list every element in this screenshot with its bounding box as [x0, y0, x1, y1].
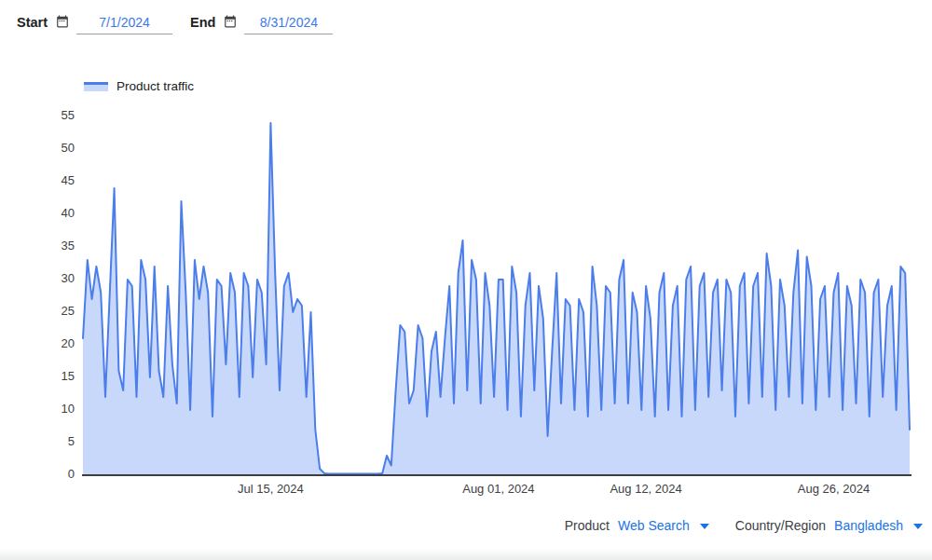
region-select-value: Bangladesh: [834, 518, 903, 533]
y-tick-label: 50: [62, 141, 75, 155]
chevron-down-icon: [913, 524, 923, 529]
region-label: Country/Region: [735, 518, 826, 533]
y-tick-label: 20: [62, 336, 75, 350]
product-traffic-chart[interactable]: 0510152025303540455055 Jul 15, 2024Aug 0…: [0, 0, 932, 560]
x-tick-label: Jul 15, 2024: [238, 482, 304, 496]
chevron-down-icon: [700, 524, 709, 529]
y-tick-label: 40: [62, 206, 75, 220]
x-axis-ticks: Jul 15, 2024Aug 01, 2024Aug 12, 2024Aug …: [238, 482, 870, 496]
y-tick-label: 5: [68, 434, 75, 448]
traffic-area-fill: [83, 123, 910, 475]
product-label: Product: [565, 518, 610, 533]
y-tick-label: 0: [68, 467, 75, 481]
x-tick-label: Aug 01, 2024: [462, 482, 534, 496]
chart-controls: Product Web Search Country/Region Bangla…: [0, 518, 923, 533]
product-select-value: Web Search: [618, 518, 690, 533]
y-tick-label: 45: [62, 173, 75, 187]
y-axis-ticks: 0510152025303540455055: [62, 108, 75, 481]
y-tick-label: 15: [62, 369, 75, 383]
y-tick-label: 30: [62, 271, 75, 285]
y-tick-label: 25: [62, 304, 75, 318]
x-tick-label: Aug 12, 2024: [610, 482, 681, 496]
region-select[interactable]: Bangladesh: [834, 518, 923, 533]
y-tick-label: 35: [62, 239, 75, 253]
y-tick-label: 10: [62, 402, 75, 416]
x-tick-label: Aug 26, 2024: [798, 482, 870, 496]
product-select[interactable]: Web Search: [618, 518, 709, 533]
y-tick-label: 55: [62, 108, 75, 122]
